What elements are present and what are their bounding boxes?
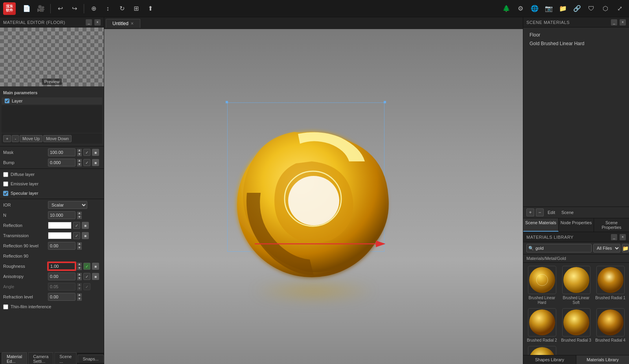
mask-input[interactable] [48, 148, 75, 156]
bump-color[interactable]: ■ [92, 159, 99, 166]
tab-shapes-library[interactable]: Shapes Library [523, 355, 576, 364]
n-up[interactable]: ▲ [77, 212, 82, 215]
anisotropy-down[interactable]: ▼ [77, 277, 82, 280]
mat-library-close[interactable]: × [620, 234, 626, 240]
mask-color[interactable]: ■ [92, 149, 99, 156]
globe-button[interactable]: 🌐 [528, 2, 541, 15]
remove-layer-button[interactable]: - [12, 135, 19, 142]
angle-input[interactable] [48, 283, 75, 291]
settings-button[interactable]: ⚙ [514, 2, 527, 15]
refraction-input[interactable] [48, 293, 75, 301]
roughness-up[interactable]: ▲ [77, 263, 82, 266]
n-input[interactable] [48, 211, 75, 219]
anisotropy-check[interactable]: ✓ [83, 273, 90, 280]
transmission-color2[interactable]: ■ [82, 232, 89, 239]
bump-check[interactable]: ✓ [83, 159, 90, 166]
mat-item-brushed-linear-soft[interactable]: Brushed Linear Soft [561, 266, 592, 305]
reflection-check[interactable]: ✓ [73, 222, 80, 229]
network-button[interactable]: 🔗 [571, 2, 583, 15]
transmission-swatch[interactable] [48, 232, 72, 239]
bump-up[interactable]: ▲ [77, 159, 82, 163]
reflection90level-input[interactable] [48, 242, 75, 250]
snap-button[interactable]: ⊞ [130, 2, 142, 15]
anisotropy-input[interactable] [48, 273, 75, 280]
tab-node-properties[interactable]: Node Properties [559, 218, 594, 232]
reflection-color2[interactable]: ■ [82, 222, 89, 229]
search-input[interactable] [535, 246, 590, 251]
undo-button[interactable]: ↩ [54, 2, 66, 15]
export-button[interactable]: ⬆ [144, 2, 156, 15]
bump-down[interactable]: ▼ [77, 163, 82, 166]
roughness-check[interactable]: ✓ [83, 263, 90, 270]
viewport-tab-close[interactable]: × [131, 21, 134, 26]
material-editor-minimize[interactable]: _ [86, 19, 92, 26]
r90l-up[interactable]: ▲ [77, 242, 82, 246]
tab-camera-settings[interactable]: Camera Setti... [28, 352, 53, 364]
mat-item-brushed-radial-1[interactable]: Brushed Radial 1 [595, 266, 626, 305]
shape-button[interactable]: ⬡ [599, 2, 612, 15]
mat-item-more-1[interactable] [526, 346, 557, 355]
camera-button[interactable]: 📷 [543, 2, 555, 15]
layer-checkbox[interactable] [5, 99, 9, 103]
new-file-button[interactable]: 📄 [20, 2, 33, 15]
mat-item-brushed-radial-3[interactable]: Brushed Radial 3 [561, 308, 592, 343]
move-button[interactable]: ↕ [101, 2, 114, 15]
folder-button[interactable]: 📁 [557, 2, 569, 15]
folder-browse-button[interactable]: 📁 [622, 244, 629, 252]
scene-tree-button[interactable]: 🌲 [500, 2, 513, 15]
material-editor-close[interactable]: × [94, 19, 101, 26]
diffuse-layer-check[interactable] [3, 172, 8, 177]
angle-check[interactable]: ✓ [83, 283, 90, 290]
mask-down[interactable]: ▼ [77, 153, 82, 156]
move-up-button[interactable]: Move Up [20, 135, 42, 142]
mat-item-brushed-radial-2[interactable]: Brushed Radial 2 [526, 308, 557, 343]
scene-mat-item-floor[interactable]: Floor [526, 31, 626, 39]
angle-down[interactable]: ▼ [77, 287, 82, 291]
tab-scene-properties[interactable]: Scene Properties [594, 218, 629, 232]
tab-scene[interactable]: Scene ... [54, 352, 77, 364]
transform-button[interactable]: ⊕ [87, 2, 100, 15]
scene-label[interactable]: Scene [559, 209, 576, 216]
scene-mat-minimize[interactable]: _ [611, 19, 617, 26]
scene-mat-add[interactable]: + [526, 209, 534, 216]
expand-button[interactable]: ⤢ [613, 2, 626, 15]
viewport-scene[interactable] [104, 29, 523, 364]
tab-materials-library[interactable]: Materials Library [576, 355, 629, 364]
specular-layer-check[interactable] [3, 191, 8, 196]
refraction-up[interactable]: ▲ [77, 293, 82, 297]
roughness-down[interactable]: ▼ [77, 267, 82, 270]
tab-material-editor[interactable]: Material Ed... [2, 352, 27, 364]
move-down-button[interactable]: Move Down [43, 135, 72, 142]
search-filter[interactable]: All Files [593, 244, 620, 252]
transmission-check[interactable]: ✓ [73, 232, 80, 239]
anisotropy-up[interactable]: ▲ [77, 273, 82, 276]
refraction-down[interactable]: ▼ [77, 297, 82, 301]
emissive-layer-check[interactable] [3, 181, 8, 187]
tab-scene-materials[interactable]: Scene Materials [523, 218, 559, 232]
scene-mat-item-gold[interactable]: Gold Brushed Linear Hard [526, 39, 626, 48]
bump-input[interactable] [48, 159, 75, 166]
mask-up[interactable]: ▲ [77, 149, 82, 152]
shield-button[interactable]: 🛡 [585, 2, 598, 15]
scene-mat-remove[interactable]: − [536, 209, 544, 216]
roughness-color[interactable]: ■ [92, 263, 99, 270]
mat-item-brushed-radial-4[interactable]: Brushed Radial 4 [595, 308, 626, 343]
rotate-button[interactable]: ↻ [116, 2, 128, 15]
redo-button[interactable]: ↪ [68, 2, 81, 15]
n-down[interactable]: ▼ [77, 216, 82, 219]
add-layer-button[interactable]: + [3, 135, 11, 142]
mat-library-minimize[interactable]: _ [611, 234, 617, 240]
reflection-swatch[interactable] [48, 222, 72, 229]
ior-select[interactable]: Scalar Custom [48, 201, 87, 209]
r90l-down[interactable]: ▼ [77, 246, 82, 250]
roughness-input[interactable] [48, 262, 75, 270]
edit-scene-label[interactable]: Edit [545, 209, 557, 216]
anisotropy-color[interactable]: ■ [92, 273, 99, 280]
viewport-tab-untitled[interactable]: Untitled × [106, 19, 140, 28]
angle-up[interactable]: ▲ [77, 283, 82, 287]
tab-snaps[interactable]: Snaps... [77, 355, 103, 363]
scene-mat-close[interactable]: × [620, 19, 626, 26]
mask-check[interactable]: ✓ [83, 149, 90, 156]
record-button[interactable]: 🎥 [35, 2, 47, 15]
mat-item-brushed-linear-hard[interactable]: Brushed Linear Hard [526, 266, 557, 305]
